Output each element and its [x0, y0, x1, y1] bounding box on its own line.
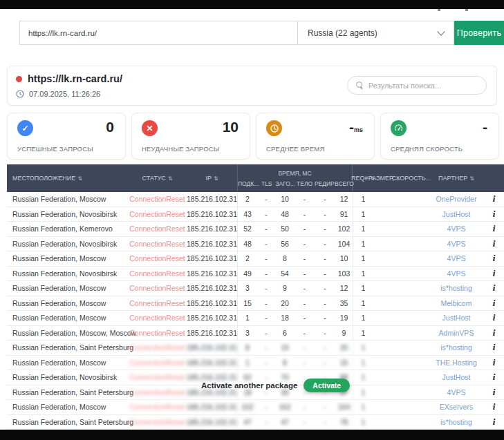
column-header-partner[interactable]: ПАРТНЕР⇅	[429, 164, 484, 192]
speed-cell	[394, 192, 429, 207]
stat-label: СРЕДНЯЯ СКОРОСТЬ	[391, 145, 463, 153]
speed-cell	[394, 207, 429, 222]
ip-cell: 185.216.102.31	[187, 237, 237, 251]
info-icon[interactable]: i	[484, 222, 504, 236]
total-ms-cell: 19	[335, 311, 353, 325]
partner-link[interactable]: is*hosting	[429, 415, 484, 430]
size-cell	[373, 251, 394, 266]
partner-link[interactable]: JustHost	[429, 311, 484, 325]
connect-ms-cell: 49	[237, 267, 257, 281]
partner-link[interactable]: OneProvider	[429, 192, 484, 207]
partner-link[interactable]: is*hosting	[429, 341, 484, 355]
redirect-ms-cell: -	[315, 251, 335, 266]
gauge-icon	[391, 120, 407, 136]
table-row: Russian Federation, Novosibirsk Connecti…	[7, 207, 504, 222]
ip-cell: 185.216.102.31	[187, 341, 237, 355]
partner-link[interactable]: 4VPS	[429, 251, 484, 266]
ip-cell: 185.216.102.31	[187, 222, 237, 236]
total-ms-cell: 12	[335, 192, 353, 207]
sort-icon: ⇅	[469, 175, 474, 182]
speed-cell	[394, 326, 429, 341]
partner-link[interactable]: 4VPS	[429, 237, 484, 251]
partner-link[interactable]: 4VPS	[429, 385, 484, 400]
stat-card-avg-time: -ms СРЕДНЕЕ ВРЕМЯ	[256, 113, 375, 160]
status-cell: ConnectionReset	[128, 207, 187, 222]
table-row: Russian Federation, Novosibirsk Connecti…	[7, 267, 504, 282]
partner-link[interactable]: EXservers	[429, 400, 484, 414]
location-cell: Russian Federation, Saint Petersburg	[7, 415, 128, 430]
partner-link[interactable]: 4VPS	[429, 267, 484, 281]
body-ms-cell: -	[295, 296, 315, 311]
info-icon[interactable]: i	[484, 326, 504, 341]
partner-link[interactable]: is*hosting	[429, 281, 484, 296]
info-icon[interactable]: i	[484, 267, 504, 281]
column-header-status[interactable]: СТАТУС⇅	[128, 164, 187, 192]
search-icon	[356, 82, 364, 89]
size-cell	[373, 385, 394, 400]
check-button[interactable]: Проверить	[454, 21, 504, 45]
partner-link[interactable]: 4VPS	[429, 222, 484, 236]
activate-button[interactable]: Activate	[304, 379, 350, 392]
connect-ms-cell: 47	[237, 415, 257, 430]
load-ms-cell: 48	[275, 207, 295, 222]
column-header-redirect: РЕДИР	[315, 180, 335, 187]
partner-link[interactable]: Melbicom	[429, 296, 484, 311]
connect-ms-cell: 2	[237, 192, 257, 207]
total-ms-cell: 20	[335, 341, 353, 355]
partner-link[interactable]: AdminVPS	[429, 326, 484, 341]
sort-icon: ⇅	[214, 175, 218, 182]
column-header-tls: TLS	[258, 180, 275, 187]
table-row: Russian Federation, Moscow ConnectionRes…	[7, 296, 504, 312]
redirect-ms-cell: -	[315, 400, 335, 414]
speed-cell	[394, 311, 429, 325]
info-icon[interactable]: i	[484, 192, 504, 207]
column-header-location[interactable]: МЕСТОПОЛОЖЕНИЕ⇅	[7, 164, 128, 192]
partner-link[interactable]: JustHost	[429, 370, 484, 385]
redirect-ms-cell: -	[315, 237, 335, 251]
info-icon[interactable]: i	[484, 415, 504, 430]
load-ms-cell: 56	[275, 237, 295, 251]
size-cell	[373, 207, 394, 222]
total-ms-cell: 102	[335, 222, 353, 236]
tls-ms-cell: -	[257, 207, 275, 222]
results-search[interactable]	[347, 76, 487, 95]
info-icon[interactable]: i	[484, 370, 504, 385]
info-icon[interactable]: i	[484, 356, 504, 370]
info-icon[interactable]: i	[484, 311, 504, 325]
status-cell: ConnectionReset	[128, 222, 187, 236]
load-ms-cell: 50	[275, 222, 295, 236]
info-icon[interactable]: i	[484, 251, 504, 266]
partner-link[interactable]: THE.Hosting	[429, 356, 484, 370]
speed-cell	[394, 251, 429, 266]
ip-cell: 185.216.102.31	[187, 267, 237, 281]
info-icon[interactable]: i	[484, 341, 504, 355]
results-search-input[interactable]	[368, 82, 478, 90]
load-ms-cell: 8	[275, 356, 295, 370]
region-select[interactable]: Russia (22 agents)	[297, 21, 454, 45]
speed-cell	[394, 222, 429, 236]
url-input[interactable]	[28, 29, 289, 37]
activate-overlay: Activate another package Activate	[201, 377, 350, 394]
total-ms-cell: 164	[335, 400, 353, 414]
column-header-ip[interactable]: IP⇅	[187, 164, 237, 192]
info-icon[interactable]: i	[484, 400, 504, 414]
table-row: Russian Federation, Moscow ConnectionRes…	[7, 356, 504, 371]
stat-card-avg-speed: - СРЕДНЯЯ СКОРОСТЬ	[380, 113, 499, 160]
table-row: Russian Federation, Novosibirsk Connecti…	[7, 237, 504, 252]
info-icon[interactable]: i	[484, 207, 504, 222]
location-cell: Russian Federation, Novosibirsk	[7, 207, 128, 222]
connect-ms-cell: 8	[237, 341, 257, 355]
size-cell	[373, 326, 394, 341]
status-cell: ConnectionReset	[128, 415, 187, 430]
sort-icon: ⇅	[77, 175, 82, 182]
req-count-cell: 1	[353, 356, 373, 370]
size-cell	[373, 296, 394, 311]
partner-link[interactable]: JustHost	[429, 207, 484, 222]
location-cell: Russian Federation, Saint Petersburg	[7, 385, 128, 400]
info-icon[interactable]: i	[484, 385, 504, 400]
load-ms-cell: 9	[275, 281, 295, 296]
info-icon[interactable]: i	[484, 281, 504, 296]
info-icon[interactable]: i	[484, 296, 504, 311]
info-icon[interactable]: i	[484, 237, 504, 251]
load-ms-cell: 20	[275, 296, 295, 311]
